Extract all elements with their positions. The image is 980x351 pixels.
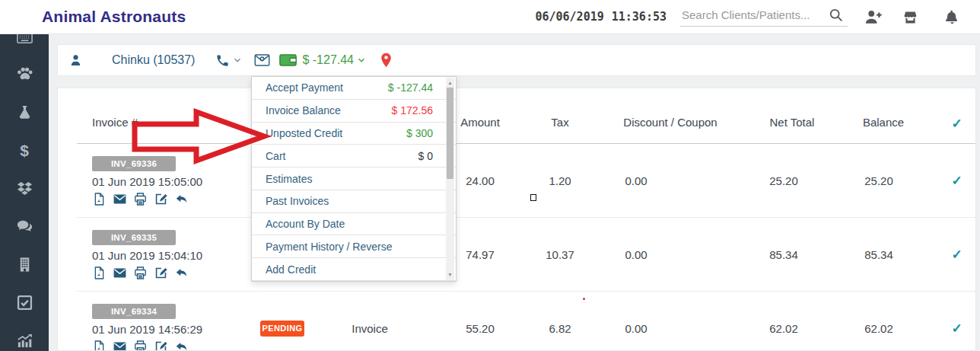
left-nav-sidebar: $ (0, 34, 49, 351)
time-text: 11:36:53 (612, 10, 667, 24)
location-pin-icon[interactable] (380, 53, 392, 68)
email-icon[interactable] (113, 340, 127, 351)
column-header-check-icon: ✓ (937, 116, 976, 132)
edit-icon[interactable] (154, 192, 168, 206)
email-icon[interactable] (113, 192, 127, 206)
chat-icon[interactable] (16, 218, 33, 235)
tax-cell: 6.82 (533, 322, 587, 335)
column-header-net-total: Net Total (754, 116, 830, 132)
menu-item-value: $ 0 (418, 150, 433, 162)
reply-icon[interactable] (174, 192, 189, 206)
dropdown-scrollbar[interactable]: ▲ ▼ (446, 78, 454, 280)
scroll-down-icon[interactable]: ▼ (446, 272, 454, 278)
column-header-balance: Balance (830, 116, 937, 132)
store-icon[interactable] (902, 9, 918, 25)
invoice-actions (92, 340, 252, 351)
content-area: Chinku (10537) $ -127.44 Invoice # Amoun… (49, 34, 980, 351)
invoice-datetime: 01 Jun 2019 15:05:00 (92, 175, 252, 188)
reply-icon[interactable] (174, 266, 189, 280)
table-row: INV_69336 01 Jun 2019 15:05:00 (77, 144, 976, 218)
wallet-chevron-down-icon[interactable] (357, 56, 366, 65)
print-icon[interactable] (133, 192, 148, 206)
reply-icon[interactable] (174, 340, 189, 351)
scroll-up-icon[interactable]: ▲ (446, 80, 454, 86)
invoice-cell: INV_69335 01 Jun 2019 15:04:10 (77, 218, 252, 280)
app-title: Animal Astronauts (42, 8, 186, 26)
invoice-id-badge[interactable]: INV_69334 (92, 304, 176, 319)
discount-cell: 0.00 (587, 322, 754, 335)
lab-flask-icon[interactable] (16, 104, 33, 121)
paw-icon[interactable] (16, 65, 33, 83)
datetime-display: 06/06/201911:36:53 (535, 10, 667, 24)
menu-item-cart[interactable]: Cart$ 0 (252, 145, 456, 168)
menu-item-payment-history-reverse[interactable]: Payment History / Reverse (252, 235, 456, 258)
boxes-icon[interactable] (16, 180, 33, 197)
search-icon[interactable] (828, 7, 844, 23)
discount-cell: 0.00 (587, 174, 754, 187)
tax-cell: 1.20 (533, 174, 587, 187)
net-total-cell: 62.02 (754, 322, 830, 335)
phone-icon[interactable] (215, 53, 230, 68)
invoice-actions (92, 266, 252, 280)
menu-item-unposted-credit[interactable]: Unposted Credit$ 300 (252, 123, 456, 145)
bell-icon[interactable] (944, 9, 960, 25)
discount-cell: 0.00 (587, 248, 754, 261)
column-header-discount: Discount / Coupon (587, 116, 754, 132)
search-input[interactable] (680, 8, 828, 22)
check-square-icon[interactable] (16, 294, 33, 311)
tax-cell: 10.37 (533, 248, 587, 261)
wallet-icon[interactable] (279, 53, 297, 67)
client-name: Chinku (10537) (112, 53, 195, 67)
invoices-panel: Invoice # Amount Tax Discount / Coupon N… (57, 88, 976, 351)
keyboard-icon[interactable] (16, 34, 33, 47)
net-total-cell: 85.34 (754, 248, 830, 261)
edit-icon[interactable] (154, 340, 168, 351)
envelope-icon[interactable] (254, 53, 270, 67)
pdf-icon[interactable] (92, 266, 107, 280)
invoice-id-badge[interactable]: INV_69335 (92, 230, 176, 245)
menu-item-invoice-balance[interactable]: Invoice Balance$ 172.56 (252, 100, 456, 123)
posted-check-icon: ✓ (937, 173, 976, 189)
date-text: 06/06/2019 (535, 10, 603, 24)
wallet-balance[interactable]: $ -127.44 (302, 53, 354, 67)
add-user-icon[interactable] (864, 9, 883, 25)
menu-item-value: $ 300 (406, 127, 433, 139)
invoice-datetime: 01 Jun 2019 15:04:10 (92, 249, 252, 262)
column-header-invoice: Invoice # (77, 116, 252, 132)
menu-item-past-invoices[interactable]: Past Invoices (252, 190, 456, 213)
status-cell: PENDING (252, 321, 313, 337)
building-icon[interactable] (16, 256, 33, 273)
dollar-icon[interactable]: $ (16, 142, 33, 159)
type-cell: Invoice (313, 322, 427, 335)
invoice-actions (92, 192, 252, 206)
menu-item-value: $ -127.44 (388, 81, 433, 94)
client-toolbar: Chinku (10537) $ -127.44 (57, 44, 976, 76)
posted-check-icon: ✓ (937, 247, 976, 263)
column-header-tax: Tax (533, 116, 587, 132)
print-icon[interactable] (133, 266, 148, 280)
missing-glyph-artifact (530, 194, 536, 201)
print-icon[interactable] (133, 340, 148, 351)
table-header-row: Invoice # Amount Tax Discount / Coupon N… (77, 88, 976, 144)
menu-item-add-credit[interactable]: Add Credit (252, 258, 456, 281)
menu-item-value: $ 172.56 (392, 104, 434, 116)
invoice-datetime: 01 Jun 2019 14:56:29 (92, 323, 252, 336)
reports-chart-icon[interactable] (16, 332, 33, 349)
menu-item-accept-payment[interactable]: Accept Payment$ -127.44 (252, 77, 456, 100)
posted-check-icon: ✓ (937, 321, 976, 337)
status-badge: PENDING (260, 321, 304, 337)
pdf-icon[interactable] (92, 340, 107, 351)
pdf-icon[interactable] (92, 192, 107, 206)
invoice-cell: INV_69334 01 Jun 2019 14:56:29 (77, 292, 252, 351)
chevron-down-icon[interactable] (233, 56, 242, 65)
net-total-cell: 25.20 (754, 174, 830, 187)
table-row: INV_69335 01 Jun 2019 15:04:10 (77, 218, 976, 292)
header-right-group: 06/06/201911:36:53 (535, 7, 980, 27)
menu-item-account-by-date[interactable]: Account By Date (252, 213, 456, 236)
global-search (680, 7, 848, 27)
scrollbar-thumb[interactable] (447, 88, 453, 179)
invoice-id-badge[interactable]: INV_69336 (92, 156, 176, 171)
edit-icon[interactable] (154, 266, 168, 280)
menu-item-estimates[interactable]: Estimates (252, 168, 456, 190)
email-icon[interactable] (113, 266, 127, 280)
